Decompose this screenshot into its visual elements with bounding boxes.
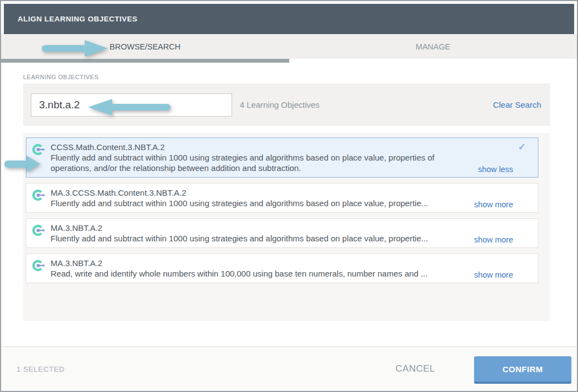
annotation-arrow-right-icon [3,153,41,174]
clear-search-link[interactable]: Clear Search [493,84,541,126]
active-tab-indicator [1,59,289,63]
objective-item[interactable]: MA.3.CCSS.Math.Content.3.NBT.A.2 Fluentl… [26,183,538,213]
objective-item[interactable]: MA.3.NBT.A.2 Read, write and identify wh… [26,253,538,283]
objective-item[interactable]: MA.3.NBT.A.2 Fluently add and subtract w… [26,218,538,248]
confirm-button[interactable]: CONFIRM [474,356,571,384]
show-more-less-link[interactable]: show less [478,165,513,174]
objective-description: Fluently add and subtract within 1000 us… [51,198,472,208]
dialog-footer: 1 SELECTED CANCEL CONFIRM [1,346,577,391]
objective-item[interactable]: CCSS.Math.Content.3.NBT.A.2 Fluently add… [26,137,538,178]
cancel-button[interactable]: CANCEL [392,347,438,391]
objective-code: CCSS.Math.Content.3.NBT.A.2 [51,142,472,152]
selected-check-icon: ✓ [518,141,526,153]
selected-count-label: 1 SELECTED [16,347,65,391]
objective-code: MA.3.NBT.A.2 [51,258,472,268]
objective-description: Fluently add and subtract within 1000 us… [51,233,472,244]
annotation-arrow-left-icon [87,98,173,117]
objective-code: MA.3.CCSS.Math.Content.3.NBT.A.2 [51,187,472,198]
objective-target-icon [31,259,46,272]
objective-description: Fluently add and subtract within 1000 us… [51,152,472,173]
tab-manage[interactable]: MANAGE [289,34,577,59]
results-count: 4 Learning Objectives [240,84,320,126]
objective-target-icon [31,189,46,202]
dialog-titlebar: ALIGN LEARNING OBJECTIVES [4,4,574,34]
objective-target-icon [31,224,46,237]
show-more-less-link[interactable]: show more [474,235,513,244]
show-more-less-link[interactable]: show more [474,270,513,279]
dialog-title: ALIGN LEARNING OBJECTIVES [4,15,137,23]
objective-description: Read, write and identify whole numbers w… [51,268,472,279]
objective-code: MA.3.NBT.A.2 [51,223,472,233]
annotation-arrow-right-icon [40,39,109,58]
align-learning-objectives-dialog: ALIGN LEARNING OBJECTIVES BROWSE/SEARCH … [0,0,578,392]
objectives-list: CCSS.Math.Content.3.NBT.A.2 Fluently add… [23,133,550,321]
learning-objectives-label: LEARNING OBJECTIVES [23,74,98,80]
show-more-less-link[interactable]: show more [474,200,513,209]
